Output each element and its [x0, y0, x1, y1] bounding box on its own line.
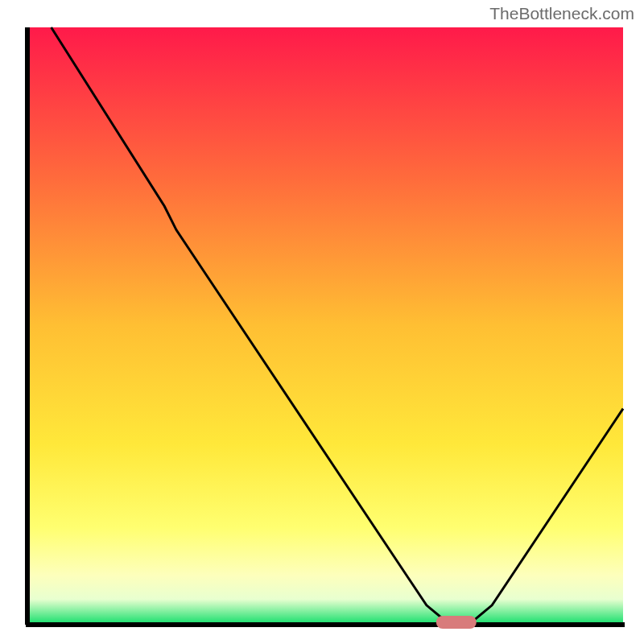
bottleneck-chart: [0, 0, 644, 644]
plot-background: [27, 27, 623, 623]
chart-container: TheBottleneck.com: [0, 0, 644, 644]
watermark-text: TheBottleneck.com: [489, 4, 634, 23]
optimal-marker: [436, 616, 477, 629]
